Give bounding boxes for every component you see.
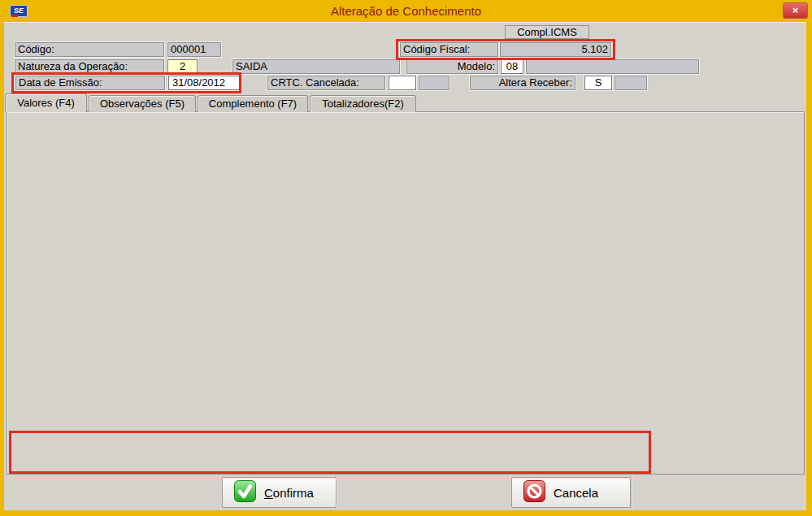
altera-receber-descricao <box>614 76 647 90</box>
tab-content-panel <box>7 111 805 475</box>
data-emissao-input[interactable]: 31/08/2012 <box>168 76 240 90</box>
tab-complemento[interactable]: Complemento (F7) <box>198 95 308 112</box>
modelo-descricao <box>526 59 699 74</box>
confirma-button-label: Confirma <box>264 486 314 500</box>
tab-valores[interactable]: Valores (F4) <box>5 93 87 112</box>
natureza-operacao-descricao: SAIDA <box>232 59 400 74</box>
compl-icms-button[interactable]: Compl.ICMS <box>505 25 589 39</box>
window-alteracao-de-conhecimento: SE Alteração de Conhecimento × Compl.ICM… <box>0 0 812 516</box>
check-icon <box>234 480 256 505</box>
cancela-button-label: Cancela <box>554 486 598 500</box>
cancel-icon <box>523 480 545 505</box>
natureza-operacao-input[interactable]: 2 <box>167 59 198 74</box>
cancela-button[interactable]: Cancela <box>511 477 631 508</box>
codigo-label: Código: <box>15 42 164 57</box>
confirma-button[interactable]: Confirma <box>222 477 337 508</box>
tab-totalizadores[interactable]: Totalizadores(F2) <box>310 95 416 112</box>
data-emissao-label: Data de Emissão: <box>15 76 165 90</box>
tab-observacoes[interactable]: Observações (F5) <box>89 95 196 112</box>
modelo-input[interactable]: 08 <box>501 59 523 74</box>
altera-receber-label: Altera Receber: <box>470 76 575 90</box>
crtc-cancelada-label: CRTC. Cancelada: <box>267 76 385 90</box>
close-icon[interactable]: × <box>783 2 808 19</box>
crtc-cancelada-input[interactable] <box>389 76 416 90</box>
modelo-label: Modelo: <box>406 59 498 74</box>
toolbar-separator <box>631 475 632 509</box>
crtc-cancelada-descricao <box>419 76 449 90</box>
codigo-value: 000001 <box>167 42 221 57</box>
window-title: Alteração de Conhecimento <box>0 4 812 18</box>
codigo-fiscal-value: 5.102 <box>500 42 611 57</box>
altera-receber-input[interactable]: S <box>584 76 612 90</box>
codigo-fiscal-label: Código Fiscal: <box>400 42 498 57</box>
natureza-operacao-label: Natureza da Operação: <box>15 59 164 74</box>
